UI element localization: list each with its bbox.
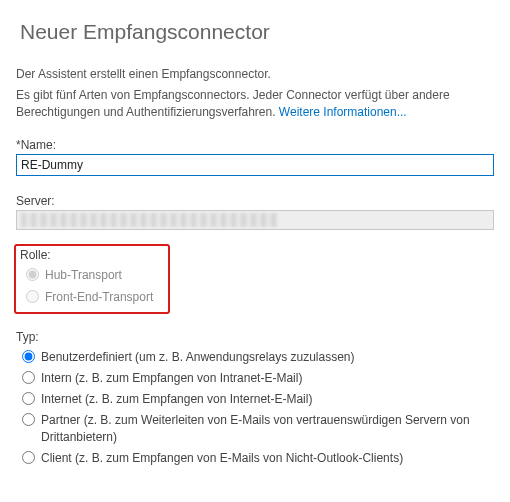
typ-radio-intern[interactable]: [22, 371, 35, 384]
page-title: Neuer Empfangsconnector: [20, 20, 494, 44]
typ-radio-internet[interactable]: [22, 392, 35, 405]
name-input[interactable]: [16, 154, 494, 176]
typ-option-label: Internet (z. B. zum Empfangen von Intern…: [41, 391, 494, 407]
rolle-option-label: Front-End-Transport: [45, 289, 486, 305]
rolle-option-front-end-transport[interactable]: Front-End-Transport: [26, 289, 486, 305]
typ-option-client[interactable]: Client (z. B. zum Empfangen von E-Mails …: [22, 450, 494, 466]
typ-radio-client[interactable]: [22, 451, 35, 464]
intro-line2: Es gibt fünf Arten von Empfangsconnector…: [16, 87, 494, 121]
typ-option-internet[interactable]: Internet (z. B. zum Empfangen von Intern…: [22, 391, 494, 407]
rolle-label: Rolle:: [20, 248, 486, 262]
server-value-obscured: [21, 213, 278, 227]
name-label: *Name:: [16, 138, 494, 152]
more-info-link[interactable]: Weitere Informationen...: [279, 105, 407, 119]
typ-option-intern[interactable]: Intern (z. B. zum Empfangen von Intranet…: [22, 370, 494, 386]
typ-option-benutzerdefiniert[interactable]: Benutzerdefiniert (um z. B. Anwendungsre…: [22, 349, 494, 365]
server-label: Server:: [16, 194, 494, 208]
typ-option-partner[interactable]: Partner (z. B. zum Weiterleiten von E-Ma…: [22, 412, 494, 444]
rolle-radio-hub-transport[interactable]: [26, 268, 39, 281]
rolle-option-hub-transport[interactable]: Hub-Transport: [26, 267, 486, 283]
typ-option-label: Intern (z. B. zum Empfangen von Intranet…: [41, 370, 494, 386]
typ-label: Typ:: [16, 330, 494, 344]
typ-option-label: Benutzerdefiniert (um z. B. Anwendungsre…: [41, 349, 494, 365]
rolle-option-label: Hub-Transport: [45, 267, 486, 283]
typ-option-label: Client (z. B. zum Empfangen von E-Mails …: [41, 450, 494, 466]
typ-option-label: Partner (z. B. zum Weiterleiten von E-Ma…: [41, 412, 494, 444]
server-readonly: [16, 210, 494, 230]
rolle-radio-front-end-transport[interactable]: [26, 290, 39, 303]
typ-radio-partner[interactable]: [22, 413, 35, 426]
typ-radio-benutzerdefiniert[interactable]: [22, 350, 35, 363]
intro-line1: Der Assistent erstellt einen Empfangscon…: [16, 66, 494, 83]
